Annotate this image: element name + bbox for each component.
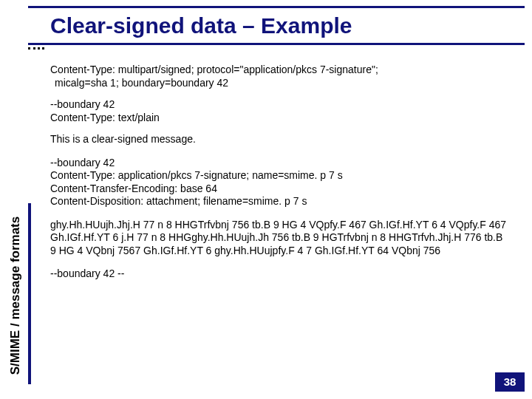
slide-title: Clear-signed data – Example bbox=[50, 13, 352, 38]
section-label: S/MIME / message formats bbox=[8, 203, 23, 388]
dotted-accent bbox=[28, 47, 44, 50]
part2-cte: Content-Transfer-Encoding: base 64 bbox=[50, 183, 217, 194]
part1-content-type: Content-Type: text/plain bbox=[50, 112, 160, 123]
side-label-container: S/MIME / message formats bbox=[4, 203, 27, 384]
micalg-line: micalg=sha 1; boundary=boundary 42 bbox=[50, 77, 228, 89]
title-underline bbox=[28, 43, 525, 45]
boundary-open-1: --boundary 42 bbox=[50, 98, 115, 110]
header-block: Content-Type: multipart/signed; protocol… bbox=[50, 64, 510, 89]
part2-header: --boundary 42 Content-Type: application/… bbox=[50, 157, 510, 208]
boundary-close: --boundary 42 -- bbox=[50, 267, 510, 281]
part2-cd: Content-Disposition: attachment; filenam… bbox=[50, 195, 307, 207]
content-type-line: Content-Type: multipart/signed; protocol… bbox=[50, 64, 378, 75]
base64-block: ghy.Hh.HUujh.Jhj.H 77 n 8 HHGTrfvbnj 756… bbox=[50, 219, 510, 258]
boundary-open-2: --boundary 42 bbox=[50, 157, 115, 168]
slide-body: Content-Type: multipart/signed; protocol… bbox=[50, 64, 510, 291]
plain-message: This is a clear-signed message. bbox=[50, 133, 510, 146]
part2-content-type: Content-Type: application/pkcs 7-signatu… bbox=[50, 169, 343, 181]
top-rule bbox=[28, 6, 525, 8]
page-number: 38 bbox=[495, 372, 525, 392]
part1-header: --boundary 42 Content-Type: text/plain bbox=[50, 98, 510, 124]
side-bar bbox=[28, 203, 31, 384]
